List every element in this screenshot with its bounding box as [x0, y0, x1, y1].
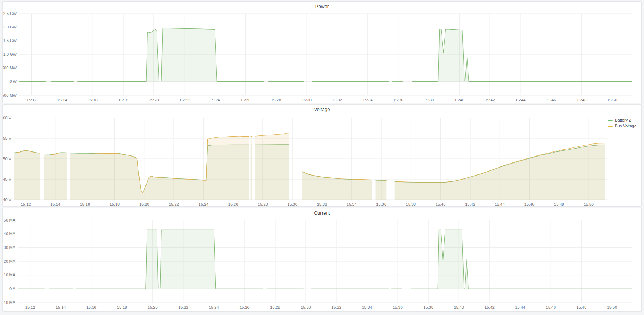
- value-axis-label: 500 MW: [3, 66, 17, 70]
- panel-voltage: Voltage Battery 2Bus Voltage 15:1215:141…: [2, 104, 642, 207]
- series-area-bus-voltage: [251, 136, 252, 200]
- series-area-bus-voltage: [14, 151, 40, 200]
- time-axis-label: 15:46: [524, 202, 535, 206]
- time-axis-label: 15:34: [347, 202, 357, 206]
- time-axis-label: 15:20: [139, 202, 149, 206]
- current-chart-area: 15:1215:1415:1615:1815:2015:2215:2415:26…: [3, 218, 641, 311]
- time-axis-label: 15:40: [454, 305, 464, 310]
- legend-item-bus-voltage[interactable]: Bus Voltage: [608, 124, 636, 128]
- value-axis-label: 60 V: [3, 116, 11, 120]
- time-axis-label: 15:14: [56, 305, 66, 310]
- time-axis-label: 15:28: [270, 305, 280, 310]
- time-axis-label: 15:38: [423, 305, 433, 310]
- value-axis-label: 0 W: [9, 79, 17, 84]
- time-axis-label: 15:36: [393, 305, 403, 310]
- value-axis-label: 55 V: [3, 136, 11, 141]
- panel-current: Current 15:1215:1415:1615:1815:2015:2215…: [2, 208, 642, 312]
- series-area-bus-voltage: [302, 172, 372, 200]
- panel-power-title: Power: [3, 2, 641, 11]
- power-chart-canvas[interactable]: 15:1215:1415:1615:1815:2015:2215:2415:26…: [3, 11, 641, 103]
- time-axis-label: 15:32: [331, 305, 341, 310]
- time-axis-label: 15:40: [436, 202, 446, 206]
- series-area-power: [77, 28, 264, 82]
- time-axis-label: 15:26: [239, 305, 250, 310]
- time-axis-label: 15:38: [406, 202, 416, 206]
- time-axis-label: 15:20: [149, 98, 159, 102]
- current-chart-canvas[interactable]: 15:1215:1415:1615:1815:2015:2215:2415:26…: [3, 218, 641, 311]
- time-axis-label: 15:28: [258, 202, 268, 206]
- time-axis-label: 15:38: [424, 98, 434, 102]
- time-axis-label: 15:42: [485, 98, 495, 102]
- time-axis-label: 15:40: [454, 98, 465, 102]
- value-axis-label: 40 MA: [4, 231, 15, 236]
- time-axis-label: 15:30: [287, 202, 297, 206]
- time-axis-label: 15:44: [515, 98, 526, 102]
- time-axis-label: 15:12: [27, 98, 37, 102]
- time-axis-label: 15:48: [577, 305, 587, 310]
- time-axis-label: 15:36: [376, 202, 386, 206]
- legend-item-label: Battery 2: [615, 118, 631, 122]
- value-axis-label: 0 A: [9, 287, 16, 291]
- value-axis-label: -500 MW: [3, 93, 17, 97]
- time-axis-label: 15:50: [607, 305, 617, 310]
- series-line-bus-voltage: [376, 180, 387, 180]
- value-axis-label: 1.5 GW: [3, 38, 17, 43]
- time-axis-label: 15:14: [57, 98, 67, 102]
- time-axis-label: 15:30: [301, 98, 312, 102]
- value-axis-label: 30 MA: [4, 245, 15, 250]
- time-axis-label: 15:24: [209, 305, 219, 310]
- value-axis-label: 1.0 GW: [3, 52, 17, 57]
- panel-voltage-title: Voltage: [3, 105, 641, 114]
- time-axis-label: 15:24: [210, 98, 220, 102]
- series-area-bus-voltage: [44, 153, 67, 200]
- time-axis-label: 15:18: [117, 305, 127, 310]
- time-axis-label: 15:44: [495, 202, 505, 206]
- value-axis-label: 2.5 GW: [3, 11, 17, 16]
- time-axis-label: 15:26: [228, 202, 238, 206]
- legend: Battery 2Bus Voltage: [608, 118, 636, 128]
- time-axis-label: 15:16: [87, 98, 98, 102]
- time-axis-label: 15:36: [393, 98, 403, 102]
- time-axis-label: 15:12: [21, 202, 31, 206]
- time-axis-label: 15:42: [465, 202, 475, 206]
- time-axis-label: 15:18: [110, 202, 120, 206]
- time-axis-label: 15:22: [179, 98, 190, 102]
- legend-item-label: Bus Voltage: [615, 124, 636, 128]
- time-axis-label: 15:46: [546, 98, 556, 102]
- series-area-bus-voltage: [70, 136, 249, 200]
- series-area-bus-voltage: [376, 180, 387, 200]
- time-axis-label: 15:14: [50, 202, 61, 206]
- voltage-chart-canvas[interactable]: 15:1215:1415:1615:1815:2015:2215:2415:26…: [3, 114, 641, 206]
- time-axis-label: 15:20: [148, 305, 158, 310]
- time-axis-label: 15:16: [80, 202, 90, 206]
- time-axis-label: 15:50: [583, 202, 594, 206]
- time-axis-label: 15:12: [25, 305, 35, 310]
- value-axis-label: 10 MA: [4, 273, 15, 277]
- time-axis-label: 15:30: [301, 305, 311, 310]
- time-axis-label: 15:24: [199, 202, 209, 206]
- value-axis-label: 40 V: [3, 197, 11, 202]
- time-axis-label: 15:42: [484, 305, 495, 310]
- time-axis-label: 15:22: [169, 202, 179, 206]
- value-axis-label: 20 MA: [4, 259, 15, 264]
- time-axis-label: 15:46: [546, 305, 556, 310]
- power-chart-area: 15:1215:1415:1615:1815:2015:2215:2415:26…: [3, 11, 641, 103]
- time-axis-label: 15:28: [271, 98, 281, 102]
- value-axis-label: 50 MA: [4, 218, 15, 222]
- panel-power: Power 15:1215:1415:1615:1815:2015:2215:2…: [2, 1, 642, 103]
- series-area-current: [76, 230, 263, 289]
- voltage-chart-area: 15:1215:1415:1615:1815:2015:2215:2415:26…: [3, 114, 641, 206]
- value-axis-label: 50 V: [3, 157, 11, 161]
- time-axis-label: 15:32: [317, 202, 327, 206]
- value-axis-label: 45 V: [3, 177, 11, 181]
- legend-item-battery-2[interactable]: Battery 2: [608, 118, 636, 122]
- time-axis-label: 15:32: [332, 98, 342, 102]
- time-axis-label: 15:18: [118, 98, 128, 102]
- time-axis-label: 15:50: [607, 98, 617, 102]
- time-axis-label: 15:16: [86, 305, 97, 310]
- time-axis-label: 15:22: [178, 305, 188, 310]
- value-axis-label: -10 MA: [3, 300, 16, 305]
- time-axis-label: 15:34: [362, 305, 372, 310]
- time-axis-label: 15:34: [363, 98, 373, 102]
- dashboard: Power 15:1215:1415:1615:1815:2015:2215:2…: [0, 0, 644, 313]
